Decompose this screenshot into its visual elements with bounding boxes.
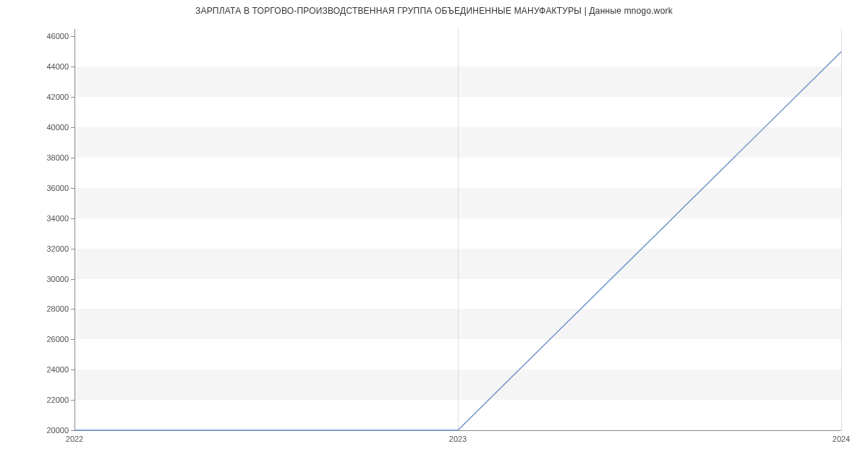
series-svg xyxy=(75,29,841,430)
y-tick-label: 22000 xyxy=(46,396,69,404)
y-tick-label: 20000 xyxy=(46,426,69,435)
y-tick-label: 36000 xyxy=(46,184,69,192)
chart-container: ЗАРПЛАТА В ТОРГОВО-ПРОИЗВОДСТВЕННАЯ ГРУП… xyxy=(0,0,868,470)
y-tick-label: 30000 xyxy=(46,275,69,283)
x-gridline xyxy=(841,29,842,430)
x-tick-label: 2022 xyxy=(66,435,83,443)
y-tick-label: 26000 xyxy=(46,335,69,343)
y-tick-label: 34000 xyxy=(46,214,69,223)
y-tick-label: 24000 xyxy=(46,365,69,374)
y-tick-label: 44000 xyxy=(46,62,69,71)
chart-title: ЗАРПЛАТА В ТОРГОВО-ПРОИЗВОДСТВЕННАЯ ГРУП… xyxy=(0,6,868,16)
y-tick-label: 40000 xyxy=(46,123,69,132)
y-tick-label: 46000 xyxy=(46,32,69,40)
x-tick-label: 2023 xyxy=(449,435,467,443)
series-line xyxy=(75,51,841,430)
x-tick-label: 2024 xyxy=(833,435,850,443)
y-tick-label: 42000 xyxy=(46,93,69,101)
y-tick-label: 28000 xyxy=(46,304,69,313)
plot-area: 2000022000240002600028000300003200034000… xyxy=(75,29,841,430)
y-tick-label: 38000 xyxy=(46,153,69,162)
y-tick-label: 32000 xyxy=(46,244,69,253)
